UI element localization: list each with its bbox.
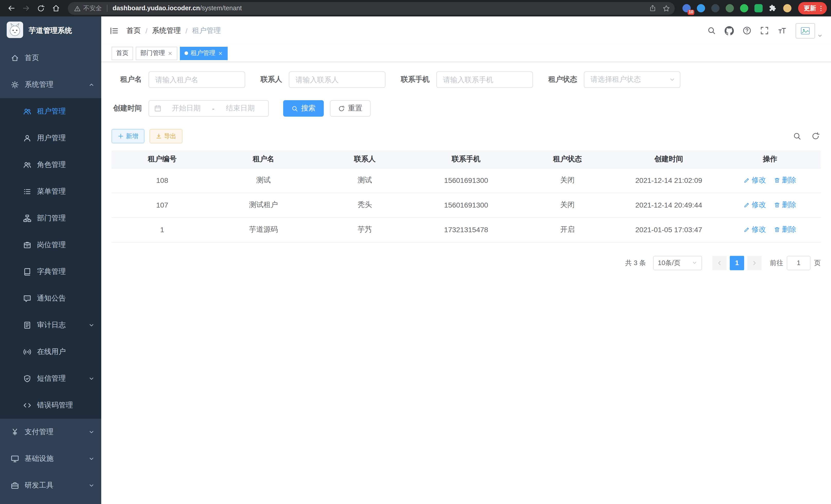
page-content: 租户名 联系人 联系手机 租户状态 请选择租户状态 xyxy=(101,62,831,504)
extension-icon-5[interactable] xyxy=(738,2,751,15)
edit-link[interactable]: 修改 xyxy=(744,176,766,185)
sidebar-item-post[interactable]: 岗位管理 xyxy=(0,232,101,259)
help-icon[interactable] xyxy=(743,26,751,35)
sidebar-item-error-code[interactable]: 错误码管理 xyxy=(0,392,101,419)
document-icon xyxy=(23,321,31,329)
sidebar-item-system[interactable]: 系统管理 xyxy=(0,71,101,98)
table-toolbar: 新增 导出 xyxy=(112,129,821,143)
app-logo-bar[interactable]: 芋道管理系统 xyxy=(0,17,101,45)
extension-icon-2[interactable] xyxy=(694,2,708,15)
refresh-icon[interactable] xyxy=(811,132,820,140)
page-number-button[interactable]: 1 xyxy=(730,256,744,270)
sidebar-item-label: 租户管理 xyxy=(37,107,66,116)
next-page-button[interactable] xyxy=(747,256,762,270)
sidebar-item-dev-tools[interactable]: 研发工具 xyxy=(0,472,101,499)
sidebar-item-audit-log[interactable]: 审计日志 xyxy=(0,312,101,338)
user-avatar[interactable] xyxy=(796,23,823,38)
date-range-picker[interactable]: 开始日期 - 结束日期 xyxy=(148,100,269,117)
sidebar-item-payment[interactable]: 支付管理 xyxy=(0,419,101,445)
users-icon xyxy=(23,161,31,169)
sidebar-item-home[interactable]: 首页 xyxy=(0,45,101,71)
chevron-down-icon xyxy=(692,260,697,266)
sidebar-item-notice[interactable]: 通知公告 xyxy=(0,285,101,312)
phone-input[interactable] xyxy=(436,71,533,88)
extension-icon-1[interactable]: 10 xyxy=(680,2,693,15)
sidebar-toggle-icon[interactable] xyxy=(110,26,119,35)
edit-link[interactable]: 修改 xyxy=(744,200,766,210)
sidebar-item-user[interactable]: 用户管理 xyxy=(0,125,101,152)
tab-home[interactable]: 首页 xyxy=(112,47,133,60)
breadcrumb-system[interactable]: 系统管理 xyxy=(152,26,181,35)
extensions-puzzle-icon[interactable] xyxy=(766,2,780,15)
breadcrumb-separator: / xyxy=(185,26,188,35)
status-select[interactable]: 请选择租户状态 xyxy=(584,71,681,88)
extension-icon-4[interactable] xyxy=(723,2,737,15)
sidebar-item-label: 研发工具 xyxy=(25,481,53,490)
close-icon[interactable] xyxy=(218,51,223,56)
font-size-icon[interactable] xyxy=(778,26,787,35)
calendar-icon xyxy=(154,105,161,112)
sidebar-item-dept[interactable]: 部门管理 xyxy=(0,205,101,232)
browser-update-button[interactable]: 更新 xyxy=(798,2,827,14)
browser-forward-icon[interactable] xyxy=(19,1,33,15)
sidebar-item-label: 在线用户 xyxy=(37,347,66,357)
browser-profile-avatar[interactable] xyxy=(781,2,794,15)
chevron-down-icon xyxy=(669,77,675,83)
sidebar-item-sms[interactable]: 短信管理 xyxy=(0,365,101,392)
reset-button[interactable]: 重置 xyxy=(330,100,371,117)
breadcrumb-home[interactable]: 首页 xyxy=(126,26,141,35)
reset-button-label: 重置 xyxy=(348,104,362,113)
edit-icon xyxy=(744,227,750,233)
github-icon[interactable] xyxy=(725,26,734,35)
edit-link[interactable]: 修改 xyxy=(744,225,766,234)
browser-reload-icon[interactable] xyxy=(34,1,48,15)
toolbox-icon xyxy=(10,481,19,490)
prev-page-button[interactable] xyxy=(712,256,727,270)
export-button-label: 导出 xyxy=(164,132,176,141)
table-header-row: 租户编号 租户名 联系人 联系手机 租户状态 创建时间 操作 xyxy=(112,151,821,168)
extension-icon-6[interactable] xyxy=(752,2,765,15)
delete-link[interactable]: 删除 xyxy=(774,225,796,234)
tenant-name-input[interactable] xyxy=(148,71,245,88)
delete-link[interactable]: 删除 xyxy=(774,176,796,185)
contact-input[interactable] xyxy=(289,71,385,88)
sidebar-item-online-user[interactable]: 在线用户 xyxy=(0,338,101,365)
browser-back-icon[interactable] xyxy=(4,1,18,15)
tab-label: 部门管理 xyxy=(140,49,165,58)
share-icon[interactable] xyxy=(647,2,659,14)
tenant-table: 租户编号 租户名 联系人 联系手机 租户状态 创建时间 操作 1 xyxy=(112,151,821,242)
sidebar-item-dict[interactable]: 字典管理 xyxy=(0,259,101,285)
browser-home-icon[interactable] xyxy=(49,1,63,15)
search-button[interactable]: 搜索 xyxy=(283,100,324,117)
export-button[interactable]: 导出 xyxy=(149,129,182,143)
home-icon xyxy=(10,54,19,62)
user-icon xyxy=(23,134,31,142)
avatar-image-placeholder xyxy=(796,23,815,38)
sidebar-item-label: 支付管理 xyxy=(25,427,53,437)
main-area: 首页 / 系统管理 / 租户管理 xyxy=(101,17,831,504)
extension-icon-3[interactable] xyxy=(709,2,722,15)
close-icon[interactable] xyxy=(168,51,173,56)
sidebar-item-menu[interactable]: 菜单管理 xyxy=(0,178,101,205)
delete-link[interactable]: 删除 xyxy=(774,200,796,210)
cell-phone: 17321315478 xyxy=(416,217,517,242)
sidebar-item-role[interactable]: 角色管理 xyxy=(0,152,101,178)
column-header: 创建时间 xyxy=(618,151,719,168)
sidebar-item-infra[interactable]: 基础设施 xyxy=(0,445,101,472)
search-icon[interactable] xyxy=(707,26,716,35)
browser-toolbar: 不安全 dashboard.yudao.iocoder.cn/system/te… xyxy=(0,0,831,17)
sidebar-item-tenant[interactable]: 租户管理 xyxy=(0,98,101,125)
tabs-bar: 首页 部门管理 租户管理 xyxy=(101,45,831,62)
fullscreen-icon[interactable] xyxy=(760,26,769,35)
page-jump-input[interactable] xyxy=(787,256,810,270)
add-button[interactable]: 新增 xyxy=(112,129,144,143)
table-row: 1 芋道源码 芋艿 17321315478 开启 2021-01-05 17:0… xyxy=(112,217,821,242)
tab-dept[interactable]: 部门管理 xyxy=(136,47,177,60)
tab-tenant[interactable]: 租户管理 xyxy=(180,47,228,60)
bookmark-star-icon[interactable] xyxy=(660,2,672,14)
breadcrumb-separator: / xyxy=(145,26,147,35)
toggle-search-icon[interactable] xyxy=(793,132,801,140)
url-bar[interactable]: 不安全 dashboard.yudao.iocoder.cn/system/te… xyxy=(68,2,675,14)
page-size-select[interactable]: 10条/页 xyxy=(653,256,702,270)
sidebar-item-label: 错误码管理 xyxy=(37,401,73,410)
